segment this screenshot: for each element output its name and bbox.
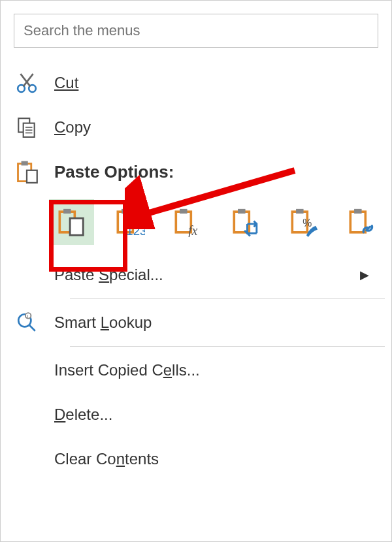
paste-formatting-button[interactable]: % <box>282 199 327 245</box>
menu-item-clear-contents[interactable]: Clear Contents <box>7 437 385 481</box>
menu-item-smart-lookup[interactable]: i Smart Lookup <box>7 300 385 345</box>
menu-label: Paste Special... <box>54 266 163 284</box>
menu-item-cut[interactable]: Cut <box>7 61 385 105</box>
blank-icon <box>14 446 40 472</box>
paste-formulas-button[interactable]: fx <box>165 199 210 245</box>
menu-item-insert-copied-cells[interactable]: Insert Copied Cells... <box>7 348 385 392</box>
menu-item-delete[interactable]: Delete... <box>7 392 385 437</box>
svg-text:i: i <box>27 313 28 319</box>
menu-label: Smart Lookup <box>54 313 152 332</box>
paste-link-button[interactable] <box>340 199 385 245</box>
blank-icon <box>14 262 40 288</box>
paste-options-row: 123 fx % <box>7 194 385 253</box>
svg-rect-14 <box>70 218 83 235</box>
svg-rect-10 <box>22 161 27 165</box>
svg-rect-22 <box>238 209 246 214</box>
svg-rect-16 <box>122 209 129 214</box>
submenu-arrow-icon: ▶ <box>360 268 369 282</box>
menu-search-input[interactable] <box>14 14 378 48</box>
clipboard-icon <box>14 159 40 185</box>
svg-text:%: % <box>302 217 312 229</box>
blank-icon <box>14 357 40 383</box>
menu-label: Cut <box>54 74 78 92</box>
divider <box>70 298 385 299</box>
paste-values-button[interactable]: 123 <box>107 199 152 245</box>
svg-rect-13 <box>63 209 71 214</box>
menu-item-paste-special[interactable]: Paste Special... ▶ <box>7 253 385 297</box>
menu-label: Clear Contents <box>54 450 159 468</box>
menu-label: Copy <box>54 118 91 136</box>
svg-rect-11 <box>27 170 37 183</box>
svg-text:123: 123 <box>126 224 145 237</box>
paste-transpose-button[interactable] <box>223 199 269 245</box>
menu-label: Paste Options: <box>54 162 174 182</box>
menu-item-copy[interactable]: Copy <box>7 105 385 150</box>
menu-label: Insert Copied Cells... <box>54 361 200 379</box>
divider <box>70 346 385 347</box>
menu-item-paste-options: Paste Options: <box>7 150 385 194</box>
paste-default-button[interactable] <box>49 199 94 245</box>
scissors-icon <box>14 70 40 96</box>
smart-lookup-icon: i <box>14 310 40 336</box>
svg-rect-19 <box>180 209 188 214</box>
context-menu: Cut Copy Paste Options: <box>1 1 391 489</box>
blank-icon <box>14 402 40 428</box>
copy-icon <box>14 114 40 140</box>
svg-rect-27 <box>354 209 362 214</box>
svg-rect-24 <box>296 209 304 214</box>
menu-label: Delete... <box>54 406 112 424</box>
svg-text:fx: fx <box>188 223 198 237</box>
svg-line-29 <box>29 325 35 331</box>
